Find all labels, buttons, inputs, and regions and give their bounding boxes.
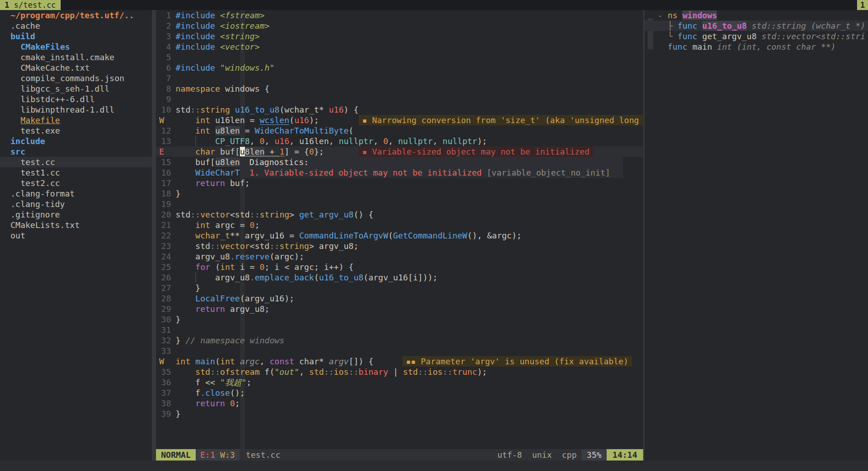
code-token: std	[176, 210, 191, 219]
tree-item-src[interactable]: src	[0, 146, 152, 157]
code-token: ;	[255, 220, 260, 230]
tree-item--program-cpp-test-utf-[interactable]: ~/program/cpp/test.utf/..	[0, 10, 152, 21]
code-line-26[interactable]: 26 argv_u8.emplace_back(u16_to_u8(argv_u…	[156, 272, 643, 283]
code-editor[interactable]: Diagnostics: 1. Variable-sized object ma…	[156, 10, 643, 449]
code-line-4[interactable]: 4#include <vector>	[156, 41, 643, 52]
code-line-8[interactable]: 8namespace windows {	[156, 83, 643, 94]
tree-item--gitignore[interactable]: .gitignore	[0, 209, 152, 220]
tree-item-test-exe[interactable]: test.exe	[0, 125, 152, 136]
code-token: ::	[324, 367, 334, 377]
code-token: wchar_t	[195, 231, 230, 240]
code-line-39[interactable]: 39}	[156, 409, 643, 419]
code-token: return	[195, 304, 225, 314]
code-line-3[interactable]: 3#include <string>	[156, 31, 643, 41]
code-line-text: #include <vector>	[176, 41, 260, 52]
code-token	[658, 21, 668, 31]
code-line-30[interactable]: 30}	[156, 314, 643, 325]
tab-current[interactable]: 1 s/test.cc	[0, 0, 61, 10]
code-line-38[interactable]: 38 return 0;	[156, 398, 643, 409]
code-token: CommandLineToArgvW	[299, 231, 388, 240]
code-line-17[interactable]: 17 return buf;	[156, 178, 643, 188]
code-line-text: int u8len = WideCharToMultiByte(	[176, 125, 353, 136]
code-line-28[interactable]: 28 LocalFree(argv_u16);	[156, 293, 643, 304]
warning-count: W:3	[220, 450, 235, 460]
window-separator-left[interactable]	[152, 10, 156, 461]
code-line-36[interactable]: 36 f << "我超";	[156, 377, 643, 388]
tree-item-libstdc-6-dll[interactable]: libstdc++-6.dll	[0, 94, 152, 104]
code-line-35[interactable]: 35 std::ofstream f("out", std::ios::bina…	[156, 367, 643, 377]
code-line-9[interactable]: 9	[156, 94, 643, 104]
code-line-29[interactable]: 29 return argv_u8;	[156, 304, 643, 314]
tree-item-libgcc-s-seh-1-dll[interactable]: libgcc_s_seh-1.dll	[0, 83, 152, 94]
code-line-19[interactable]: 19	[156, 199, 643, 209]
code-token: u16	[294, 115, 309, 125]
tree-item-include[interactable]: include	[0, 136, 152, 146]
code-line-22[interactable]: 22 wchar_t** argv_u16 = CommandLineToArg…	[156, 230, 643, 241]
code-token: int	[220, 357, 235, 366]
code-line-23[interactable]: 23 std::vector<std::string> argv_u8;	[156, 241, 643, 251]
code-line-31[interactable]: 31	[156, 325, 643, 335]
code-line-10[interactable]: 10std::string u16_to_u8(wchar_t* u16) {	[156, 104, 643, 115]
code-token: u16_to_u8	[235, 105, 280, 114]
tree-item-test-cc[interactable]: test.cc	[0, 157, 152, 167]
tree-item-test1-cc[interactable]: test1.cc	[0, 167, 152, 178]
code-line-37[interactable]: 37 f.close();	[156, 388, 643, 398]
tree-item-label: test.cc	[0, 157, 55, 167]
tree-item-cmakefiles[interactable]: CMakeFiles	[0, 41, 152, 52]
code-line-32[interactable]: 32} // namespace windows	[156, 335, 643, 346]
code-line-18[interactable]: 18}	[156, 188, 643, 199]
line-number: 29	[156, 304, 171, 314]
code-line-2[interactable]: 2#include <iostream>	[156, 21, 643, 31]
code-line-11[interactable]: W int u16len = wcslen(u16);▪ Narrowing c…	[156, 115, 643, 125]
outline-symbol-row[interactable]: ├ func u16_to_u8 std::string (wchar_t *)	[645, 21, 868, 31]
code-token: f <<	[176, 378, 220, 387]
code-token	[658, 42, 668, 52]
outline-symbol-row[interactable]: └ func get_argv_u8 std::vector<std::stri	[645, 31, 868, 41]
tree-item-out[interactable]: out	[0, 230, 152, 241]
code-line-text: wchar_t** argv_u16 = CommandLineToArgvW(…	[176, 230, 522, 241]
tree-item--clang-format[interactable]: .clang-format	[0, 188, 152, 199]
code-token: i =	[235, 262, 260, 272]
code-token: argv_u8;	[225, 304, 270, 314]
code-token: return	[195, 178, 225, 188]
code-line-12[interactable]: 12 int u8len = WideCharToMultiByte(	[156, 125, 643, 136]
outline-symbol-row[interactable]: - ns windows	[645, 10, 868, 21]
tree-item-label: .cache	[0, 21, 40, 31]
tree-item-compile-commands-json[interactable]: compile_commands.json	[0, 73, 152, 83]
code-line-text: LocalFree(argv_u16);	[176, 293, 294, 304]
tree-item-build[interactable]: build	[0, 31, 152, 41]
code-line-27[interactable]: 27 }	[156, 283, 643, 293]
code-token: ] = {	[284, 147, 309, 156]
tree-item-makefile[interactable]: Makefile	[0, 115, 152, 125]
diagnostic-sign-w: W	[159, 356, 164, 367]
code-line-20[interactable]: 20std::vector<std::string> get_argv_u8()…	[156, 209, 643, 220]
editor-screen: 1 s/test.cc 1 ~/program/cpp/test.utf/...…	[0, 0, 868, 471]
code-line-text: argv_u8.reserve(argc);	[176, 251, 304, 262]
tree-item-test2-cc[interactable]: test2.cc	[0, 178, 152, 188]
code-token	[697, 21, 702, 31]
outline-symbol-row[interactable]: func main int (int, const char **)	[645, 41, 868, 52]
code-line-34[interactable]: Wint main(int argc, const char* argv[]) …	[156, 356, 643, 367]
command-line[interactable]	[0, 461, 868, 471]
code-line-24[interactable]: 24 argv_u8.reserve(argc);	[156, 251, 643, 262]
code-line-5[interactable]: 5	[156, 52, 643, 62]
tree-item-cmake-install-cmake[interactable]: cmake_install.cmake	[0, 52, 152, 62]
code-line-21[interactable]: 21 int argc = 0;	[156, 220, 643, 230]
code-line-33[interactable]: 33	[156, 346, 643, 356]
code-line-6[interactable]: 6#include "windows.h"	[156, 62, 643, 73]
tree-item-cmakelists-txt[interactable]: CMakeLists.txt	[0, 220, 152, 230]
code-line-13[interactable]: 13 CP_UTF8, 0, u16, u16len, nullptr, 0, …	[156, 136, 643, 146]
code-line-7[interactable]: 7	[156, 73, 643, 83]
tree-item-libwinpthread-1-dll[interactable]: libwinpthread-1.dll	[0, 104, 152, 115]
diagnostic-virtual-text: ▪ Variable-sized object may not be initi…	[359, 146, 593, 157]
code-token: >	[289, 210, 299, 219]
tree-item--cache[interactable]: .cache	[0, 21, 152, 31]
code-line-14[interactable]: E char buf[u8len + 1] = {0};▪ Variable-s…	[156, 146, 643, 157]
tree-item--clang-tidy[interactable]: .clang-tidy	[0, 199, 152, 209]
code-line-25[interactable]: 25 for (int i = 0; i < argc; i++) {	[156, 262, 643, 272]
tree-item-cmakecache-txt[interactable]: CMakeCache.txt	[0, 62, 152, 73]
code-token: "out"	[275, 367, 299, 377]
code-line-text: #include <string>	[176, 31, 260, 41]
code-line-1[interactable]: 1#include <fstream>	[156, 10, 643, 21]
code-token: get_argv_u8	[299, 210, 353, 219]
